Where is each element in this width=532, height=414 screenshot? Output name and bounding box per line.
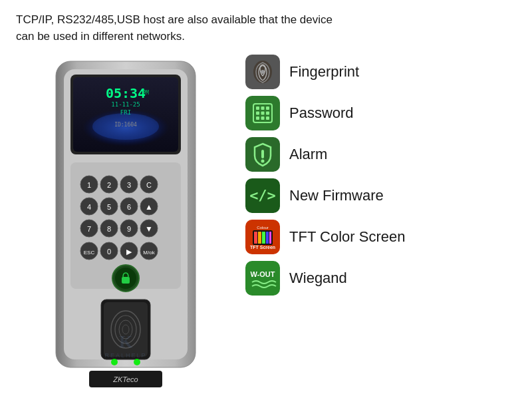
- svg-rect-72: [266, 116, 269, 120]
- svg-text:6: 6: [127, 203, 131, 211]
- wiegand-label: Wiegand: [289, 270, 347, 287]
- feature-item-password: Password: [245, 96, 516, 130]
- svg-text:W-OUT: W-OUT: [250, 270, 275, 278]
- svg-text:ESC: ESC: [84, 250, 95, 256]
- svg-text:▲: ▲: [145, 202, 153, 212]
- svg-text:8: 8: [107, 225, 111, 233]
- svg-text:K: K: [119, 332, 133, 351]
- feature-item-tft: TFT Screen Colour TFT Color Screen: [245, 220, 516, 254]
- svg-text:</>: </>: [249, 187, 276, 204]
- svg-text:ZKTeco: ZKTeco: [112, 375, 138, 383]
- svg-text:▼: ▼: [145, 224, 153, 234]
- svg-rect-65: [261, 106, 265, 110]
- svg-rect-84: [269, 232, 271, 244]
- fingerprint-icon: [245, 55, 280, 89]
- svg-text:▶: ▶: [126, 248, 132, 256]
- svg-point-75: [261, 160, 265, 163]
- svg-text:5: 5: [107, 203, 111, 211]
- svg-rect-64: [256, 106, 259, 110]
- svg-text:4: 4: [87, 203, 91, 211]
- svg-rect-83: [266, 232, 269, 244]
- svg-text:05:34: 05:34: [106, 85, 146, 101]
- svg-point-53: [111, 359, 118, 365]
- svg-text:Colour: Colour: [257, 226, 269, 230]
- svg-text:TFT Screen: TFT Screen: [250, 245, 275, 250]
- features-area: Fingerprint: [235, 51, 516, 296]
- page-container: TCP/IP, RS232/485,USB host are also avai…: [0, 0, 532, 414]
- svg-rect-82: [262, 232, 265, 244]
- svg-rect-87: [247, 262, 279, 294]
- fingerprint-label: Fingerprint: [289, 63, 359, 81]
- svg-rect-66: [266, 106, 269, 110]
- main-content: 05:34 PM 11-11-25 FRI ID:1604 1 2 3 C: [16, 51, 516, 394]
- wiegand-icon: W-OUT: [245, 261, 280, 296]
- alarm-label: Alarm: [289, 146, 327, 163]
- device-area: 05:34 PM 11-11-25 FRI ID:1604 1 2 3 C: [16, 51, 235, 394]
- firmware-label: New Firmware: [289, 187, 384, 204]
- feature-item-firmware: </> New Firmware: [245, 178, 516, 213]
- header-text: TCP/IP, RS232/485,USB host are also avai…: [16, 12, 342, 45]
- svg-rect-46: [122, 277, 130, 284]
- alarm-icon: [245, 137, 280, 172]
- password-label: Password: [289, 104, 354, 122]
- svg-text:M/ok: M/ok: [143, 250, 155, 256]
- svg-rect-67: [256, 112, 259, 115]
- svg-text:REALHELP: REALHELP: [104, 352, 146, 359]
- svg-text:0: 0: [107, 248, 111, 256]
- feature-item-alarm: Alarm: [245, 137, 516, 172]
- svg-point-61: [261, 70, 265, 74]
- svg-text:FRI: FRI: [120, 109, 131, 116]
- svg-text:1: 1: [87, 181, 91, 189]
- svg-text:7: 7: [87, 225, 91, 233]
- tft-icon: TFT Screen Colour: [245, 220, 280, 254]
- svg-text:2: 2: [107, 181, 111, 189]
- tft-label: TFT Color Screen: [289, 228, 405, 246]
- svg-point-54: [134, 359, 140, 365]
- svg-text:C: C: [146, 181, 152, 189]
- svg-rect-70: [256, 116, 259, 120]
- svg-rect-80: [254, 232, 257, 244]
- svg-rect-68: [261, 112, 265, 115]
- svg-rect-81: [258, 232, 261, 244]
- svg-text:9: 9: [127, 225, 131, 233]
- svg-text:ID:1604: ID:1604: [114, 122, 137, 128]
- feature-item-fingerprint: Fingerprint: [245, 55, 516, 89]
- firmware-icon: </>: [245, 178, 280, 213]
- svg-text:11-11-25: 11-11-25: [111, 101, 140, 108]
- svg-rect-69: [266, 112, 269, 115]
- svg-rect-74: [261, 150, 264, 158]
- password-icon: [245, 96, 280, 130]
- svg-rect-71: [261, 116, 265, 120]
- device-image: 05:34 PM 11-11-25 FRI ID:1604 1 2 3 C: [29, 55, 222, 394]
- svg-text:PM: PM: [142, 90, 149, 96]
- svg-text:3: 3: [127, 181, 131, 189]
- feature-item-wiegand: W-OUT Wiegand: [245, 261, 516, 296]
